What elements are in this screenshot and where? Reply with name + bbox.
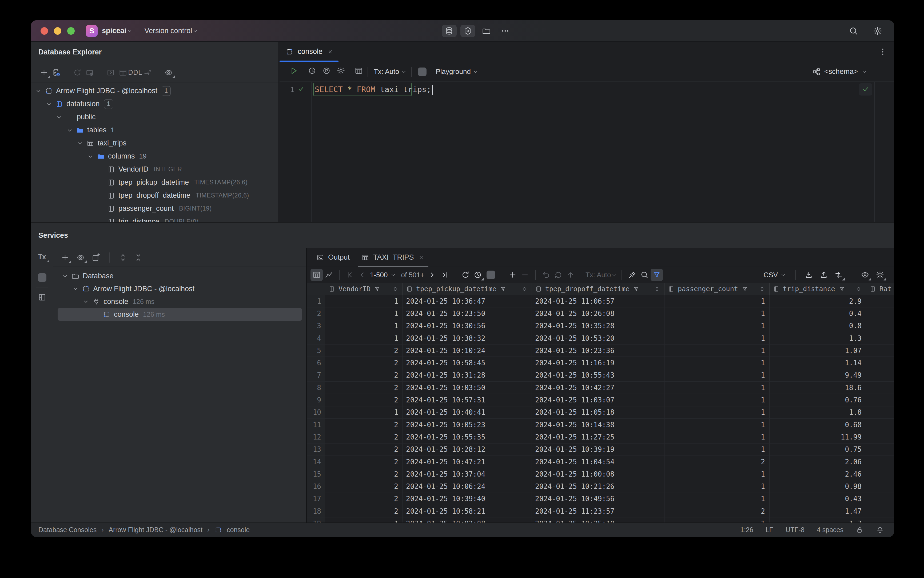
tree-item-trip-distance[interactable]: trip_distanceDOUBLE(0) <box>31 215 279 222</box>
sort-icon[interactable] <box>854 284 863 294</box>
table-row[interactable]: 1622024-01-25 10:06:242024-01-25 10:21:2… <box>307 481 894 493</box>
cell[interactable]: 2024-01-25 10:06:24 <box>403 481 532 492</box>
cell[interactable] <box>866 320 894 332</box>
table-row[interactable]: 1322024-01-25 10:28:122024-01-25 10:39:1… <box>307 443 894 456</box>
cell[interactable] <box>866 295 894 307</box>
cell[interactable]: 2024-01-25 10:38:32 <box>403 332 532 344</box>
cell[interactable]: 1.7 <box>770 518 866 523</box>
cell[interactable]: 1.47 <box>770 505 866 517</box>
table-row[interactable]: 212024-01-25 10:23:502024-01-25 10:26:08… <box>307 307 894 320</box>
browse-tables-button[interactable] <box>354 66 363 77</box>
revert-button[interactable] <box>552 269 564 281</box>
cell[interactable]: 1 <box>665 394 770 406</box>
table-row[interactable]: 1122024-01-25 10:05:232024-01-25 10:14:3… <box>307 419 894 431</box>
cell[interactable]: 2024-01-25 10:05:23 <box>403 419 532 431</box>
minimize-window-button[interactable] <box>54 27 62 35</box>
last-page-button[interactable] <box>438 269 451 281</box>
breadcrumb-datasource[interactable]: Arrow Flight JDBC - @localhost <box>109 526 203 534</box>
cell[interactable]: 2024-01-25 10:37:04 <box>403 468 532 480</box>
cell[interactable]: 2 <box>325 456 403 468</box>
jump-to-ddl-button[interactable] <box>141 67 154 79</box>
cell[interactable]: 0.8 <box>770 320 866 332</box>
cell[interactable]: 2024-01-25 10:57:31 <box>403 394 532 406</box>
view-options-button[interactable] <box>859 269 871 281</box>
reload-page-button[interactable] <box>459 269 472 281</box>
add-service-button[interactable] <box>59 252 71 264</box>
cell[interactable]: 0.43 <box>770 493 866 505</box>
breadcrumb-database-consoles[interactable]: Database Consoles <box>39 526 97 534</box>
sort-icon[interactable] <box>652 284 661 294</box>
cell[interactable]: 2024-01-25 11:06:57 <box>532 295 665 307</box>
tree-item-datafusion[interactable]: datafusion1 <box>31 97 279 110</box>
schema-selector[interactable]: <schema> <box>812 67 867 76</box>
search-everywhere-button[interactable] <box>846 25 861 37</box>
column-header-tpep_pickup_datetime[interactable]: tpep_pickup_datetime <box>403 283 532 295</box>
cell[interactable]: 2024-01-25 10:36:47 <box>403 295 532 307</box>
tree-item-arrow-flight-jdbc-localhost[interactable]: Arrow Flight JDBC - @localhost <box>58 283 302 295</box>
chevron-down-icon[interactable] <box>62 272 69 280</box>
submit-button[interactable] <box>564 269 577 281</box>
cell[interactable]: 2024-01-25 10:02:08 <box>403 518 532 523</box>
caret-position[interactable]: 1:26 <box>740 526 753 534</box>
cell[interactable]: 1.8 <box>770 406 866 419</box>
cell[interactable]: 2024-01-25 10:03:50 <box>403 382 532 394</box>
cell[interactable]: 1 <box>325 307 403 320</box>
datasource-properties-button[interactable] <box>50 67 62 79</box>
collapse-all-button[interactable] <box>132 252 145 264</box>
cell[interactable]: 2024-01-25 10:47:21 <box>403 456 532 468</box>
grid-settings-button[interactable] <box>874 269 886 281</box>
sort-icon[interactable] <box>520 284 529 294</box>
chevron-down-icon[interactable] <box>55 114 63 121</box>
cell[interactable]: 18.6 <box>770 382 866 394</box>
tab-options-kebab-icon[interactable] <box>878 47 887 56</box>
export-data-button[interactable] <box>802 269 815 281</box>
tree-item-console[interactable]: console126 ms <box>58 295 302 308</box>
cell[interactable]: 1 <box>325 406 403 419</box>
refresh-button[interactable] <box>71 67 83 79</box>
cell[interactable] <box>866 443 894 456</box>
cell[interactable]: 2 <box>325 369 403 382</box>
lock-icon[interactable] <box>856 526 864 534</box>
chart-view-button[interactable] <box>323 269 335 281</box>
open-console-button[interactable] <box>105 67 117 79</box>
tree-item-vendorid[interactable]: VendorIDINTEGER <box>31 163 279 176</box>
chevron-down-icon[interactable] <box>87 153 94 160</box>
cell[interactable]: 2024-01-25 10:25:10 <box>532 518 665 523</box>
cell[interactable]: 2 <box>325 394 403 406</box>
cell[interactable]: 2 <box>325 481 403 492</box>
version-control-menu[interactable]: Version control <box>144 27 192 35</box>
first-page-button[interactable] <box>344 269 356 281</box>
cell[interactable]: 2 <box>325 382 403 394</box>
cell[interactable]: 2024-01-25 10:49:56 <box>532 493 665 505</box>
cell[interactable]: 1 <box>665 357 770 369</box>
sort-icon[interactable] <box>757 284 767 294</box>
cell[interactable]: 2.9 <box>770 295 866 307</box>
project-name[interactable]: spiceai <box>102 27 126 35</box>
view-options-button[interactable] <box>162 67 175 79</box>
cell[interactable]: 1.07 <box>770 344 866 357</box>
cell[interactable]: 2.06 <box>770 456 866 468</box>
cell[interactable] <box>866 357 894 369</box>
split-layout-icon[interactable] <box>37 293 47 302</box>
code-editor[interactable]: 1 SELECT * FROM taxi_trips; <box>280 82 894 222</box>
cell[interactable]: 2024-01-25 11:00:08 <box>532 468 665 480</box>
chevron-down-icon[interactable] <box>66 127 73 134</box>
settings-button[interactable] <box>870 25 885 37</box>
column-header-vendorid[interactable]: VendorID <box>325 283 403 295</box>
version-control-chevron-down-icon[interactable] <box>192 28 198 34</box>
run-query-button[interactable] <box>289 66 299 78</box>
close-icon[interactable] <box>327 48 334 55</box>
table-row[interactable]: 1012024-01-25 10:40:412024-01-25 11:05:1… <box>307 406 894 419</box>
open-in-new-tab-button[interactable] <box>90 252 102 264</box>
line-separator[interactable]: LF <box>765 526 773 534</box>
cell[interactable]: 2 <box>325 505 403 517</box>
tab-console[interactable]: console <box>280 42 340 62</box>
project-files-button[interactable] <box>479 25 494 37</box>
cell[interactable] <box>866 518 894 523</box>
table-row[interactable]: 412024-01-25 10:38:322024-01-25 10:53:20… <box>307 332 894 344</box>
view-options-button[interactable] <box>74 252 87 264</box>
cell[interactable]: 1 <box>665 443 770 456</box>
cell[interactable]: 2024-01-25 10:28:12 <box>403 443 532 456</box>
find-button[interactable] <box>638 269 651 281</box>
cell[interactable]: 2 <box>325 431 403 443</box>
